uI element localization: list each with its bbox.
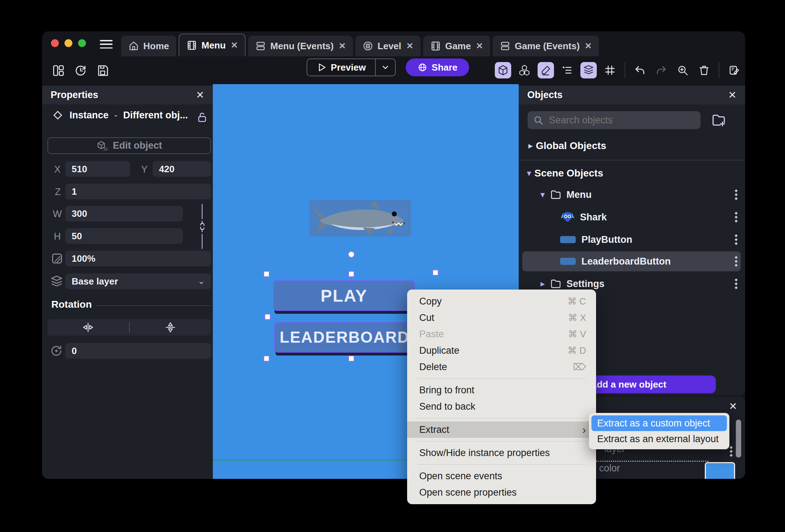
share-button[interactable]: Share (406, 58, 469, 76)
close-tab-icon[interactable]: ✕ (231, 40, 238, 50)
scene-properties-button[interactable] (726, 62, 742, 78)
menu-label: Open scene properties (419, 487, 517, 498)
edit-mode-button[interactable] (538, 62, 554, 78)
selection-handle-mid-left[interactable] (265, 314, 271, 320)
delete-button[interactable] (696, 62, 712, 78)
instance-diamond-icon (52, 109, 64, 121)
menu-item-open-scene-events[interactable]: Open scene events (407, 468, 596, 484)
save-button[interactable] (95, 63, 111, 78)
menu-item-copy[interactable]: Copy ⌘ C (407, 293, 596, 310)
global-objects-section[interactable]: ▸ Global Objects (519, 137, 745, 154)
h-input[interactable]: 50 (65, 228, 183, 244)
tree-item-playbutton[interactable]: PlayButton (519, 231, 745, 248)
preview-options-button[interactable] (375, 59, 395, 76)
tab-game[interactable]: Game ✕ (423, 36, 490, 56)
tab-level[interactable]: Level ✕ (355, 36, 421, 56)
search-objects-input[interactable] (548, 114, 695, 126)
x-label: X (54, 164, 61, 175)
instances-mode-button[interactable] (516, 62, 533, 78)
item-menu-icon[interactable] (735, 256, 737, 266)
tree-folder-menu[interactable]: ▾ Menu (519, 186, 745, 203)
preview-button[interactable]: Preview (307, 58, 396, 76)
layer-select[interactable]: Base layer ⌄ (65, 273, 211, 289)
instances-list-button[interactable] (559, 62, 575, 78)
menu-item-show-hide-instance-properties[interactable]: Show/Hide instance properties (407, 445, 596, 461)
extract-submenu: Extract as a custom object Extract as an… (589, 413, 729, 449)
x-input[interactable]: 510 (65, 161, 130, 177)
tab-menu[interactable]: Menu ✕ (179, 34, 246, 56)
traffic-light-close[interactable] (51, 39, 59, 47)
search-objects-box[interactable] (528, 111, 701, 129)
item-menu-icon[interactable] (735, 279, 737, 289)
submenu-item-extract-external-layout[interactable]: Extract as an external layout (591, 431, 727, 447)
tab-game-events[interactable]: Game (Events) ✕ (493, 36, 599, 56)
menu-item-cut[interactable]: Cut ⌘ X (407, 310, 596, 326)
close-tab-icon[interactable]: ✕ (406, 41, 414, 51)
play-button-instance[interactable]: PLAY (274, 281, 414, 310)
tab-menu-events[interactable]: Menu (Events) ✕ (248, 36, 353, 56)
menu-item-paste[interactable]: Paste ⌘ V (407, 326, 596, 342)
add-folder-icon[interactable] (711, 113, 726, 128)
w-input[interactable]: 300 (65, 206, 183, 221)
menu-item-open-scene-properties[interactable]: Open scene properties (407, 484, 596, 501)
selection-handle-top-left[interactable] (263, 271, 270, 277)
opacity-input[interactable]: 100% (65, 251, 211, 266)
y-input[interactable]: 420 (153, 161, 211, 177)
layer-select-icon (50, 275, 63, 288)
undo-button[interactable] (632, 62, 648, 78)
main-menu-icon[interactable] (100, 40, 113, 48)
history-button[interactable] (73, 63, 88, 78)
layers-button[interactable] (580, 62, 597, 78)
item-menu-icon[interactable] (735, 190, 737, 200)
edit-object-button[interactable]: Edit object (47, 137, 211, 154)
tab-home[interactable]: Home (121, 36, 176, 56)
toggle-panels-button[interactable] (51, 63, 66, 78)
tree-item-shark[interactable]: Shark (519, 209, 745, 226)
close-properties-icon[interactable]: ✕ (196, 90, 204, 100)
preview-label: Preview (331, 62, 366, 73)
close-layers-icon[interactable]: ✕ (729, 401, 737, 411)
rotation-angle-input[interactable]: 0 (65, 343, 211, 359)
menu-item-delete[interactable]: Delete ⌦ (407, 359, 596, 375)
tree-item-leaderboardbutton[interactable]: LeaderboardButton (519, 253, 745, 270)
layer-row-menu-icon[interactable] (730, 446, 732, 456)
menu-item-bring-to-front[interactable]: Bring to front (407, 382, 596, 398)
selection-handle-bottom-left[interactable] (263, 355, 270, 362)
trash-icon (698, 65, 710, 76)
close-tab-icon[interactable]: ✕ (585, 41, 592, 51)
rotation-divider (96, 305, 211, 306)
shark-sprite[interactable] (309, 200, 411, 236)
rotate-handle[interactable] (348, 251, 355, 258)
background-color-swatch[interactable] (705, 462, 735, 479)
selection-handle-top-right[interactable] (432, 270, 438, 276)
menu-label: Send to back (419, 401, 476, 412)
selection-handle-bottom-center[interactable] (348, 355, 354, 362)
flip-horizontal-button[interactable] (47, 321, 129, 333)
z-input[interactable]: 1 (65, 184, 211, 199)
menu-item-duplicate[interactable]: Duplicate ⌘ D (407, 342, 596, 359)
submenu-item-extract-custom-object[interactable]: Extract as a custom object (591, 415, 727, 431)
grid-button[interactable] (602, 62, 618, 78)
traffic-light-minimize[interactable] (65, 39, 72, 47)
menu-label: Copy (419, 296, 442, 307)
flip-button-group (47, 319, 211, 336)
menu-shortcut: ⌘ C (568, 296, 586, 307)
objects-mode-button[interactable] (495, 62, 511, 78)
zoom-in-button[interactable] (674, 62, 691, 78)
scene-objects-section[interactable]: ▾ Scene Objects (519, 165, 745, 182)
item-menu-icon[interactable] (735, 235, 737, 245)
menu-item-send-to-back[interactable]: Send to back (407, 398, 596, 415)
leaderboard-button-instance[interactable]: LEADERBOARD (275, 323, 414, 352)
unlock-icon[interactable] (196, 111, 208, 123)
flip-vertical-button[interactable] (130, 321, 211, 333)
close-tab-icon[interactable]: ✕ (476, 41, 483, 51)
redo-button[interactable] (653, 62, 669, 78)
traffic-light-zoom[interactable] (78, 39, 86, 47)
link-dimensions-icon[interactable] (196, 220, 208, 232)
close-objects-icon[interactable]: ✕ (728, 90, 737, 100)
close-tab-icon[interactable]: ✕ (339, 41, 346, 51)
menu-item-extract[interactable]: Extract › (407, 421, 596, 438)
item-menu-icon[interactable] (735, 212, 737, 222)
scrollbar-thumb[interactable] (736, 420, 741, 457)
selection-handle-top-center[interactable] (348, 271, 354, 277)
